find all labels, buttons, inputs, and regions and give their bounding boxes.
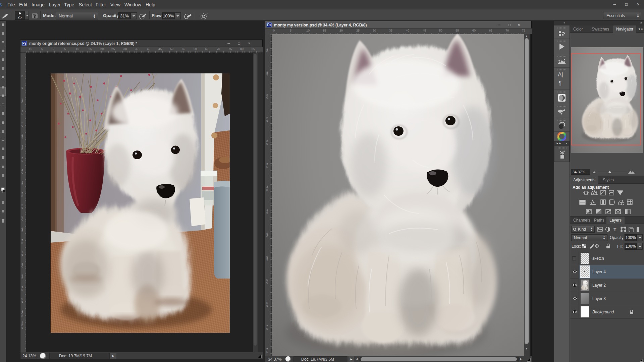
svg-text:T: T: [613, 227, 616, 232]
